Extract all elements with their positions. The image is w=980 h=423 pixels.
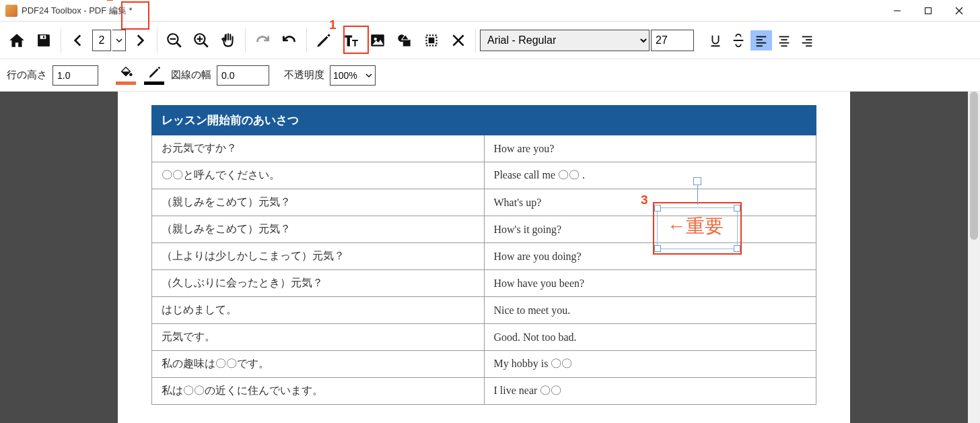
window-title: PDF24 Toolbox - PDF 編集 * [22,5,132,17]
align-center-button[interactable] [773,30,795,51]
annotation-marker-3: 3 [641,193,648,207]
svg-rect-19 [429,37,435,43]
line-height-label: 行の高さ [7,69,47,82]
delete-tool-button[interactable] [446,28,471,53]
close-button[interactable] [944,0,975,22]
image-tool-button[interactable] [365,28,390,53]
app-icon [5,5,18,17]
svg-rect-17 [403,39,411,46]
table-row: 私の趣味は〇〇です。My hobby is 〇〇 [152,351,816,378]
strikethrough-button[interactable] [728,30,749,51]
maximize-button[interactable] [913,0,944,22]
page-number-input[interactable] [92,30,111,51]
align-right-button[interactable] [796,30,818,51]
stroke-color-button[interactable] [143,63,166,88]
rotate-handle[interactable] [693,177,701,185]
svg-rect-5 [40,35,46,38]
redo-button[interactable] [250,28,275,53]
align-left-button[interactable] [750,30,772,51]
left-gutter [0,92,118,423]
underline-button[interactable] [705,30,726,51]
table-row: はじめまして。Nice to meet you. [152,297,816,324]
table-row: 元気です。Good. Not too bad. [152,324,816,351]
font-size-input[interactable] [651,30,694,51]
shapes-tool-button[interactable] [392,28,417,53]
scrollbar-thumb[interactable] [970,92,978,240]
pan-tool-button[interactable] [215,28,241,53]
table-row: 〇〇と呼んでください。Please call me 〇〇 . [152,162,816,189]
pdf-page[interactable]: レッスン開始前のあいさつ お元気ですか？How are you? 〇〇と呼んでく… [118,92,850,423]
svg-point-34 [129,73,133,76]
svg-point-15 [374,37,377,40]
svg-line-11 [203,42,208,47]
window-controls [882,0,975,22]
vertical-scrollbar[interactable] [968,92,980,423]
resize-handle-bl[interactable] [654,245,661,252]
right-gutter [850,92,968,423]
document-table: レッスン開始前のあいさつ お元気ですか？How are you? 〇〇と呼んでく… [151,105,816,405]
stroke-width-label: 図線の幅 [171,69,211,82]
table-row: お元気ですか？How are you? [152,135,816,162]
resize-handle-tl[interactable] [654,205,661,212]
text-tool-button[interactable] [338,28,363,53]
opacity-select[interactable]: 100% [330,65,376,86]
main-toolbar: Arial - Regular 1 [0,22,980,59]
undo-button[interactable] [277,28,302,53]
table-header: レッスン開始前のあいさつ [152,106,816,135]
table-row: 私は〇〇の近くに住んでいます。I live near 〇〇 [152,378,816,405]
annotation-marker-1: 1 [329,18,337,32]
fill-color-button[interactable] [114,63,137,88]
home-button[interactable] [4,28,30,53]
minimize-button[interactable] [882,0,913,22]
opacity-value: 100% [333,70,357,81]
svg-rect-1 [925,7,932,13]
line-height-input[interactable] [53,65,98,86]
secondary-toolbar: 行の高さ 図線の幅 不透明度 100% 2 [0,59,980,92]
resize-handle-br[interactable] [734,245,740,252]
zoom-in-button[interactable] [188,28,214,53]
resize-handle-tr[interactable] [734,205,740,212]
select-tool-button[interactable] [419,28,444,53]
page-dropdown-button[interactable] [112,30,126,51]
opacity-label: 不透明度 [284,69,324,82]
text-edit-object[interactable]: ←重要 [653,202,742,255]
title-bar: PDF24 Toolbox - PDF 編集 * [0,0,980,22]
next-page-button[interactable] [127,28,153,53]
rotate-line [697,184,698,205]
svg-line-8 [176,42,181,47]
fill-color-swatch [116,82,136,85]
stroke-width-input[interactable] [217,65,269,86]
font-select[interactable]: Arial - Regular [480,30,650,51]
table-row: （久しぶりに会ったとき）元気？How have you been? [152,270,816,297]
zoom-out-button[interactable] [162,28,187,53]
workspace: レッスン開始前のあいさつ お元気ですか？How are you? 〇〇と呼んでく… [0,92,980,423]
textbox-text[interactable]: ←重要 [667,216,724,236]
prev-page-button[interactable] [65,28,91,53]
annotation-marker-2: 2 [106,0,114,4]
save-button[interactable] [31,28,57,53]
svg-rect-6 [43,36,44,38]
stroke-color-swatch [144,82,164,85]
